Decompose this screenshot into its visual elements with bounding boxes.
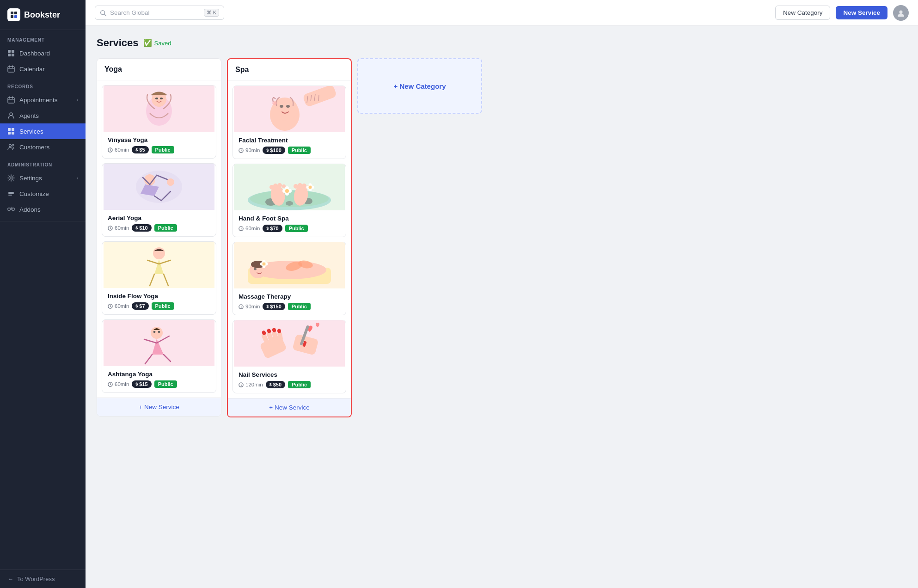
service-card-ashtanga-yoga[interactable]: Ashtanga Yoga 60min$ $15Public [102,319,216,393]
back-to-wordpress[interactable]: ← To WordPress [7,576,78,582]
sidebar-item-appointments[interactable]: Appointments › [0,92,86,108]
service-name-inside-flow-yoga: Inside Flow Yoga [108,293,210,300]
sidebar-item-settings-label: Settings [19,175,42,182]
service-body-nail-services: Nail Services 120min$ $50Public [233,367,346,393]
service-visibility-vinyasa-yoga: Public [152,146,174,153]
search-placeholder: Search Global [110,9,150,16]
sidebar-item-agents-label: Agents [19,112,39,119]
service-visibility-aerial-yoga: Public [154,224,177,232]
bookster-logo-icon [7,8,20,21]
service-image-vinyasa-yoga [102,86,216,132]
svg-point-35 [155,98,158,99]
service-duration-ashtanga-yoga: 60min [108,381,129,387]
add-service-btn-yoga[interactable]: + New Service [97,398,221,416]
service-name-facial-treatment: Facial Treatment [239,137,340,144]
sidebar-divider [0,221,86,221]
avatar-icon [896,8,906,18]
service-card-facial-treatment[interactable]: Facial Treatment 90min$ $100Public [233,86,346,159]
sidebar-logo[interactable]: Bookster [0,0,86,30]
page-header: Services ✅ Saved [97,37,907,49]
customers-icon [7,143,15,151]
service-meta-inside-flow-yoga: 60min$ $7Public [108,302,210,310]
service-price-ashtanga-yoga: $ $15 [132,380,151,388]
sidebar-item-services[interactable]: Services [0,123,86,139]
service-image-inside-flow-yoga [102,242,216,288]
service-body-inside-flow-yoga: Inside Flow Yoga 60min$ $7Public [102,288,216,314]
dollar-icon: $ [266,304,269,309]
service-card-aerial-yoga[interactable]: Aerial Yoga 60min$ $10Public [102,163,216,237]
svg-point-77 [302,184,306,188]
service-price-vinyasa-yoga: $ $5 [132,146,148,153]
app-name: Bookster [24,10,60,20]
svg-point-31 [900,10,903,13]
calendar-icon [7,65,15,73]
service-duration-facial-treatment: 90min [239,147,260,153]
add-service-btn-spa[interactable]: + New Service [228,398,351,416]
service-price-facial-treatment: $ $100 [263,147,285,154]
service-card-massage-therapy[interactable]: Massage Therapy 90min$ $150Public [233,242,346,315]
services-icon [7,128,15,135]
category-column-yoga[interactable]: Yoga Vinyasa Yoga 60min$ $5Public Aerial… [97,58,221,416]
sidebar-item-customize[interactable]: Customize [0,186,86,202]
new-service-button[interactable]: New Service [836,6,887,19]
service-card-vinyasa-yoga[interactable]: Vinyasa Yoga 60min$ $5Public [102,85,216,159]
sidebar-item-dashboard[interactable]: Dashboard [0,45,86,61]
settings-icon [7,174,15,182]
svg-rect-8 [8,67,14,72]
service-body-ashtanga-yoga: Ashtanga Yoga 60min$ $15Public [102,366,216,392]
sidebar-item-settings[interactable]: Settings › [0,170,86,186]
agents-icon [7,112,15,119]
service-duration-massage-therapy: 90min [239,304,260,309]
service-body-vinyasa-yoga: Vinyasa Yoga 60min$ $5Public [102,132,216,158]
svg-rect-24 [8,192,14,193]
sidebar-item-customers[interactable]: Customers [0,139,86,155]
settings-arrow: › [77,176,78,181]
sidebar-item-calendar[interactable]: Calendar [0,61,86,77]
svg-rect-7 [12,54,14,56]
service-visibility-inside-flow-yoga: Public [152,302,174,310]
service-image-nail-services [233,320,346,367]
service-price-nail-services: $ $50 [266,381,285,388]
dollar-icon: $ [266,226,269,231]
user-avatar[interactable] [893,5,909,21]
sidebar-item-addons[interactable]: Addons [0,202,86,217]
svg-rect-27 [8,208,10,210]
svg-rect-2 [11,15,13,18]
service-meta-facial-treatment: 90min$ $100Public [239,147,340,154]
service-duration-nail-services: 120min [239,382,263,387]
category-services-spa: Facial Treatment 90min$ $100Public [228,81,351,398]
svg-point-84 [285,189,289,193]
sidebar-item-addons-label: Addons [19,206,41,213]
service-image-facial-treatment [233,86,346,132]
customize-icon [7,190,15,197]
svg-rect-1 [14,12,17,14]
sidebar-item-agents[interactable]: Agents [0,108,86,123]
categories-grid: Yoga Vinyasa Yoga 60min$ $5Public Aerial… [97,58,907,417]
service-meta-massage-therapy: 90min$ $150Public [239,303,340,310]
saved-badge: ✅ Saved [143,39,171,47]
new-category-card[interactable]: + New Category [357,58,482,114]
service-card-inside-flow-yoga[interactable]: Inside Flow Yoga 60min$ $7Public [102,241,216,315]
category-services-yoga: Vinyasa Yoga 60min$ $5Public Aerial Yoga… [97,80,221,398]
service-name-vinyasa-yoga: Vinyasa Yoga [108,136,210,143]
service-card-nail-services[interactable]: Nail Services 120min$ $50Public [233,320,346,393]
search-box[interactable]: Search Global ⌘ K [95,6,224,20]
svg-point-48 [158,331,160,333]
svg-point-23 [10,177,12,179]
back-icon: ← [7,576,13,582]
clock-icon [239,382,244,387]
new-category-button[interactable]: New Category [775,6,831,20]
dollar-icon: $ [135,226,138,230]
svg-point-61 [272,101,277,105]
service-name-hand-foot-spa: Hand & Foot Spa [239,215,340,222]
svg-point-72 [273,184,278,188]
management-section-label: Management [0,30,86,45]
svg-rect-107 [234,320,345,367]
sidebar-item-customize-label: Customize [19,190,49,197]
service-card-hand-foot-spa[interactable]: Hand & Foot Spa 60min$ $70Public [233,164,346,237]
svg-point-41 [167,178,174,186]
category-column-spa[interactable]: Spa Facial Treatment 90min$ $100Public [227,58,352,417]
clock-icon [239,226,244,231]
service-duration-vinyasa-yoga: 60min [108,147,129,153]
svg-rect-18 [12,128,14,131]
